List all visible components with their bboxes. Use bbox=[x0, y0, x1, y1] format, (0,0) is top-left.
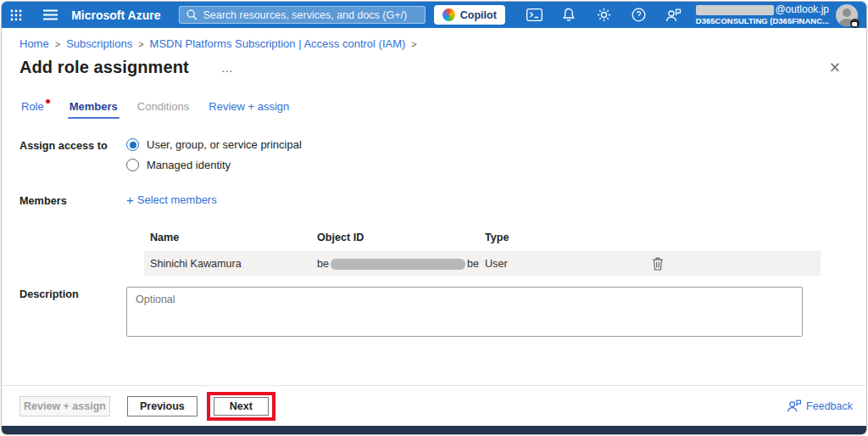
settings-button[interactable] bbox=[587, 2, 621, 28]
feedback-label: Feedback bbox=[806, 400, 853, 412]
remove-member-button[interactable] bbox=[652, 257, 664, 271]
redacted-email-prefix bbox=[696, 5, 774, 15]
cloud-shell-button[interactable] bbox=[517, 2, 552, 28]
close-icon: × bbox=[829, 59, 841, 75]
copilot-label: Copilot bbox=[460, 9, 497, 21]
azure-portal-window: Microsoft Azure Copilot bbox=[1, 1, 867, 435]
required-dot-icon bbox=[46, 99, 50, 103]
tab-review-assign-label: Review + assign bbox=[209, 100, 289, 113]
feedback-person-icon bbox=[787, 400, 802, 412]
review-assign-button: Review + assign bbox=[19, 396, 110, 416]
column-header-type: Type bbox=[479, 232, 646, 243]
lock-icon bbox=[850, 19, 860, 28]
hamburger-menu-button[interactable] bbox=[41, 2, 59, 28]
object-id-prefix: be bbox=[317, 258, 329, 270]
table-row[interactable]: Shinichi Kawamura be be User bbox=[144, 252, 821, 276]
microsoft-azure-logo[interactable]: Microsoft Azure bbox=[71, 8, 160, 22]
radio-user-group-label: User, group, or service principal bbox=[147, 138, 302, 151]
select-members-label: Select members bbox=[137, 193, 217, 206]
member-type-cell: User bbox=[479, 258, 646, 270]
topbar-icon-group bbox=[517, 2, 691, 28]
radio-option-user-group[interactable]: User, group, or service principal bbox=[126, 138, 866, 151]
radio-user-group[interactable] bbox=[126, 138, 139, 151]
page-title: Add role assignment bbox=[19, 58, 189, 77]
description-label: Description bbox=[19, 287, 126, 300]
wizard-footer: Review + assign Previous Next Feedback bbox=[2, 385, 866, 426]
top-navigation-bar: Microsoft Azure Copilot bbox=[2, 2, 866, 28]
select-members-link[interactable]: + Select members bbox=[126, 193, 217, 206]
avatar[interactable] bbox=[836, 4, 858, 26]
notifications-button[interactable] bbox=[552, 2, 587, 28]
column-header-object-id: Object ID bbox=[311, 232, 479, 243]
red-highlight-annotation: Next bbox=[207, 392, 275, 421]
plus-icon: + bbox=[126, 193, 134, 206]
next-button[interactable]: Next bbox=[214, 397, 269, 416]
feedback-button[interactable] bbox=[656, 2, 691, 28]
breadcrumb: Home > Subscriptions > MSDN Platforms Su… bbox=[2, 28, 866, 50]
previous-button[interactable]: Previous bbox=[127, 396, 198, 416]
account-directory: D365CONSULTING (D365FINANC... bbox=[696, 16, 829, 26]
copilot-button[interactable]: Copilot bbox=[434, 5, 505, 25]
title-row: Add role assignment … × bbox=[2, 50, 866, 77]
feedback-link[interactable]: Feedback bbox=[787, 400, 853, 412]
tab-role-label: Role bbox=[21, 100, 44, 113]
members-label: Members bbox=[19, 193, 126, 207]
breadcrumb-subscriptions[interactable]: Subscriptions bbox=[66, 37, 132, 50]
account-email-suffix: @outlook.jp bbox=[775, 3, 829, 16]
tab-members[interactable]: Members bbox=[68, 100, 120, 119]
role-assignment-form: Assign access to User, group, or service… bbox=[19, 138, 866, 339]
radio-managed-identity-label: Managed identity bbox=[147, 159, 231, 171]
gear-icon bbox=[597, 8, 611, 22]
member-name-cell: Shinichi Kawamura bbox=[144, 258, 311, 270]
radio-option-managed-identity[interactable]: Managed identity bbox=[126, 159, 866, 171]
copilot-icon bbox=[442, 8, 455, 21]
assign-access-to-row: Assign access to User, group, or service… bbox=[19, 138, 866, 179]
help-button[interactable] bbox=[621, 2, 656, 28]
waffle-icon bbox=[10, 9, 22, 21]
tab-members-label: Members bbox=[70, 100, 118, 113]
tab-conditions-label: Conditions bbox=[137, 100, 189, 113]
assign-access-to-label: Assign access to bbox=[19, 138, 126, 152]
waffle-menu-button[interactable] bbox=[7, 2, 25, 28]
breadcrumb-separator: > bbox=[411, 39, 416, 49]
breadcrumb-separator: > bbox=[55, 39, 60, 49]
person-feedback-icon bbox=[665, 8, 682, 22]
breadcrumb-home[interactable]: Home bbox=[19, 37, 49, 50]
main-content: Home > Subscriptions > MSDN Platforms Su… bbox=[2, 28, 866, 385]
account-info[interactable]: @outlook.jp D365CONSULTING (D365FINANC..… bbox=[696, 3, 829, 26]
table-header-row: Name Object ID Type bbox=[144, 232, 821, 252]
member-object-id-cell: be be bbox=[311, 258, 479, 270]
tab-bar: Role Members Conditions Review + assign bbox=[19, 100, 866, 119]
question-mark-icon bbox=[632, 8, 646, 22]
search-input[interactable] bbox=[203, 9, 417, 21]
description-input[interactable] bbox=[126, 287, 803, 337]
column-header-name: Name bbox=[144, 232, 311, 243]
breadcrumb-separator: > bbox=[138, 39, 143, 49]
tab-review-assign[interactable]: Review + assign bbox=[207, 100, 291, 119]
bell-icon bbox=[562, 8, 576, 22]
description-row: Description bbox=[19, 287, 866, 339]
object-id-suffix: be bbox=[467, 258, 479, 270]
more-options-icon[interactable]: … bbox=[221, 61, 235, 75]
assign-access-radio-group: User, group, or service principal Manage… bbox=[126, 138, 866, 179]
radio-managed-identity[interactable] bbox=[126, 159, 139, 171]
trash-icon bbox=[652, 257, 664, 271]
members-row: Members + Select members bbox=[19, 193, 866, 207]
window-bottom-bar bbox=[2, 426, 866, 434]
close-button[interactable]: × bbox=[829, 60, 841, 75]
members-table: Name Object ID Type Shinichi Kawamura be… bbox=[144, 232, 821, 276]
tab-role[interactable]: Role bbox=[19, 100, 52, 119]
cloud-shell-icon bbox=[526, 8, 542, 21]
redacted-object-id bbox=[331, 259, 465, 270]
tab-conditions: Conditions bbox=[136, 100, 191, 119]
global-search-box[interactable] bbox=[179, 6, 425, 24]
hamburger-icon bbox=[43, 9, 58, 20]
search-icon bbox=[186, 9, 198, 20]
breadcrumb-access-control[interactable]: MSDN Platforms Subscription | Access con… bbox=[150, 37, 406, 50]
